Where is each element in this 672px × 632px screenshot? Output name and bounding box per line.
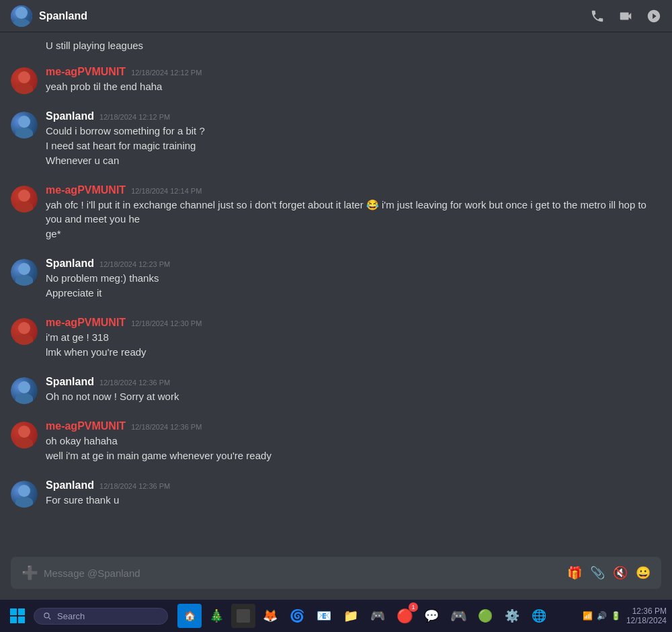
video-call-icon[interactable] bbox=[618, 9, 633, 24]
header-left: Spanland bbox=[11, 5, 87, 27]
message-text-2: ge* bbox=[46, 227, 661, 241]
gift-icon[interactable]: 🎁 bbox=[567, 565, 582, 580]
message-input-bar[interactable]: ➕ Message @Spanland 🎁 📎 🔇 😀 bbox=[11, 557, 661, 589]
header-avatar bbox=[11, 5, 32, 27]
windows-logo-icon bbox=[9, 608, 26, 624]
timestamp: 12/18/2024 12:12 PM bbox=[99, 113, 170, 121]
battery-icon[interactable]: 🔋 bbox=[611, 611, 621, 621]
message-text-1: oh okay hahaha bbox=[46, 434, 661, 448]
taskbar-app-icon-7[interactable]: 📁 bbox=[339, 604, 363, 628]
taskbar-app-icon-5[interactable]: 🌀 bbox=[285, 604, 309, 628]
message-text-1: For sure thank u bbox=[46, 493, 661, 507]
username-me: me-agPVMUNIT bbox=[46, 184, 126, 196]
message-text-1: No problem meg:) thanks bbox=[46, 271, 661, 285]
taskbar-app-icon-9[interactable]: 🔴 1 bbox=[392, 604, 417, 628]
timestamp: 12/18/2024 12:23 PM bbox=[99, 260, 170, 268]
avatar-spanland bbox=[11, 377, 38, 404]
taskbar-app-icon-3[interactable] bbox=[231, 604, 255, 628]
wifi-icon[interactable]: 📶 bbox=[583, 611, 593, 621]
chat-area: U still playing leagues me-agPVMUNIT 12/… bbox=[0, 32, 672, 557]
svg-rect-4 bbox=[237, 609, 250, 623]
discord-icon: 🎮 bbox=[450, 608, 467, 624]
pin-icon[interactable] bbox=[646, 9, 661, 24]
taskbar-app-icon-2[interactable]: 🎄 bbox=[204, 604, 228, 628]
timestamp: 12/18/2024 12:14 PM bbox=[131, 187, 202, 195]
message-input-placeholder[interactable]: Message @Spanland bbox=[44, 567, 562, 579]
message-group-spanland-3: Spanland 12/18/2024 12:36 PM Oh no not n… bbox=[0, 373, 672, 407]
avatar-spanland bbox=[11, 259, 38, 286]
taskbar: Search 🏠 🎄 🦊 🌀 📧 📁 🎮 🔴 1 💬 🎮 🟢 ⚙️ 🌐 📶 🔊 bbox=[0, 600, 672, 632]
header-title: Spanland bbox=[39, 10, 87, 22]
message-header: Spanland 12/18/2024 12:36 PM bbox=[46, 376, 661, 388]
username-spanland: Spanland bbox=[46, 479, 94, 491]
taskbar-app-icon-8[interactable]: 🎮 bbox=[366, 604, 390, 628]
message-content: me-agPVMUNIT 12/18/2024 12:12 PM yeah pr… bbox=[46, 66, 661, 94]
taskbar-search[interactable]: Search bbox=[34, 608, 168, 625]
avatar-me bbox=[11, 186, 38, 212]
taskbar-app-icon-discord[interactable]: 🎮 bbox=[446, 604, 470, 628]
message-text-1: yah ofc ! i'll put it in exchange channe… bbox=[46, 198, 661, 226]
svg-rect-3 bbox=[18, 617, 25, 623]
taskbar-app-icon-10[interactable]: 💬 bbox=[419, 604, 444, 628]
chat-header: Spanland bbox=[0, 0, 672, 32]
taskbar-app-icon-4[interactable]: 🦊 bbox=[258, 604, 282, 628]
message-group-spanland-1: Spanland 12/18/2024 12:12 PM Could i bor… bbox=[0, 108, 672, 171]
message-content: Spanland 12/18/2024 12:23 PM No problem … bbox=[46, 258, 661, 301]
timestamp: 12/18/2024 12:36 PM bbox=[99, 379, 170, 387]
message-continuation-1: U still playing leagues bbox=[0, 38, 672, 54]
message-toolbar-icons: 🎁 📎 🔇 😀 bbox=[567, 565, 650, 580]
avatar-spanland bbox=[11, 112, 38, 139]
taskbar-tray: 📶 🔊 🔋 12:36 PM 12/18/2024 bbox=[583, 606, 667, 625]
taskbar-app-icon-11[interactable]: 🟢 bbox=[473, 604, 497, 628]
message-content: me-agPVMUNIT 12/18/2024 12:36 PM oh okay… bbox=[46, 420, 661, 463]
message-group-spanland-2: Spanland 12/18/2024 12:23 PM No problem … bbox=[0, 255, 672, 303]
username-spanland: Spanland bbox=[46, 376, 94, 388]
svg-rect-0 bbox=[10, 608, 17, 615]
header-right bbox=[590, 9, 661, 24]
message-content: Spanland 12/18/2024 12:36 PM For sure th… bbox=[46, 479, 661, 508]
message-text-2: I need sat heart for magic training bbox=[46, 139, 661, 153]
message-header: me-agPVMUNIT 12/18/2024 12:30 PM bbox=[46, 317, 661, 329]
timestamp: 12/18/2024 12:30 PM bbox=[131, 319, 202, 327]
svg-rect-1 bbox=[18, 608, 25, 615]
volume-icon[interactable]: 🔊 bbox=[597, 611, 607, 621]
message-header: me-agPVMUNIT 12/18/2024 12:36 PM bbox=[46, 420, 661, 432]
message-header: Spanland 12/18/2024 12:23 PM bbox=[46, 258, 661, 270]
taskbar-app-icon-6[interactable]: 📧 bbox=[312, 604, 336, 628]
svg-rect-2 bbox=[10, 617, 17, 623]
message-text-1: Oh no not now ! Sorry at work bbox=[46, 389, 661, 403]
taskbar-app-icon-1[interactable]: 🏠 bbox=[177, 604, 202, 628]
taskbar-app-icon-13[interactable]: 🌐 bbox=[527, 604, 551, 628]
time-display: 12:36 PM bbox=[626, 606, 667, 616]
message-text: U still playing leagues bbox=[46, 40, 143, 51]
message-content: me-agPVMUNIT 12/18/2024 12:30 PM i'm at … bbox=[46, 317, 661, 360]
message-text-3: Whenever u can bbox=[46, 153, 661, 167]
avatar-me bbox=[11, 67, 38, 94]
add-attachment-icon[interactable]: ➕ bbox=[22, 565, 38, 581]
message-header: me-agPVMUNIT 12/18/2024 12:14 PM bbox=[46, 184, 661, 196]
message-content: Spanland 12/18/2024 12:36 PM Oh no not n… bbox=[46, 376, 661, 404]
message-text-2: well i'm at ge in main game whenever you… bbox=[46, 448, 661, 463]
notification-badge: 1 bbox=[409, 602, 418, 612]
message-text-1: i'm at ge ! 318 bbox=[46, 330, 661, 344]
voice-call-icon[interactable] bbox=[590, 9, 605, 24]
taskbar-app-icon-12[interactable]: ⚙️ bbox=[500, 604, 524, 628]
date-display: 12/18/2024 bbox=[626, 616, 667, 625]
message-group-me-3: me-agPVMUNIT 12/18/2024 12:30 PM i'm at … bbox=[0, 314, 672, 362]
username-me: me-agPVMUNIT bbox=[46, 420, 126, 432]
username-spanland: Spanland bbox=[46, 258, 94, 270]
taskbar-apps: 🏠 🎄 🦊 🌀 📧 📁 🎮 🔴 1 💬 🎮 🟢 ⚙️ 🌐 bbox=[177, 604, 551, 628]
start-button[interactable] bbox=[5, 604, 30, 628]
message-content: Spanland 12/18/2024 12:12 PM Could i bor… bbox=[46, 110, 661, 168]
clock[interactable]: 12:36 PM 12/18/2024 bbox=[626, 606, 667, 625]
username-spanland: Spanland bbox=[46, 110, 94, 122]
message-group-spanland-4: Spanland 12/18/2024 12:36 PM For sure th… bbox=[0, 477, 672, 510]
username-me: me-agPVMUNIT bbox=[46, 66, 126, 78]
gif-icon[interactable]: 📎 bbox=[590, 565, 605, 580]
sticker-icon[interactable]: 🔇 bbox=[613, 565, 628, 580]
message-group-me-4: me-agPVMUNIT 12/18/2024 12:36 PM oh okay… bbox=[0, 418, 672, 466]
message-header: Spanland 12/18/2024 12:12 PM bbox=[46, 110, 661, 122]
search-icon bbox=[42, 611, 52, 621]
emoji-icon[interactable]: 😀 bbox=[636, 565, 650, 580]
message-text-2: Appreciate it bbox=[46, 286, 661, 300]
